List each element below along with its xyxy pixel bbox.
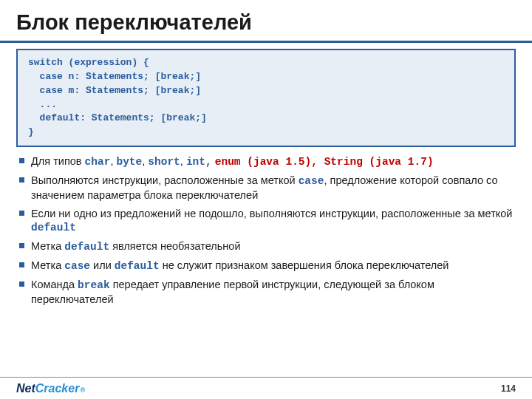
list-item: Выполняются инструкции, расположенные за… xyxy=(19,174,516,202)
bullet-list: Для типов char, byte, short, int, enum (… xyxy=(0,154,532,307)
logo-cracker: Cracker xyxy=(35,382,80,395)
list-item: Метка default является необязательной xyxy=(19,239,516,254)
page-number: 114 xyxy=(501,383,516,394)
code-block: switch (expression) { case n: Statements… xyxy=(16,49,516,147)
slide-title: Блок переключателей xyxy=(0,0,532,41)
logo: NetCracker® xyxy=(16,382,85,395)
logo-net: Net xyxy=(16,382,35,395)
title-rule xyxy=(0,41,532,43)
list-item: Для типов char, byte, short, int, enum (… xyxy=(19,154,516,169)
footer: NetCracker® 114 xyxy=(0,377,532,399)
list-item: Команда break передает управление первой… xyxy=(19,278,516,307)
list-item: Если ни одно из предложений не подошло, … xyxy=(19,207,516,236)
logo-trademark: ® xyxy=(79,386,85,394)
list-item: Метка case или default не служит признак… xyxy=(19,259,516,273)
